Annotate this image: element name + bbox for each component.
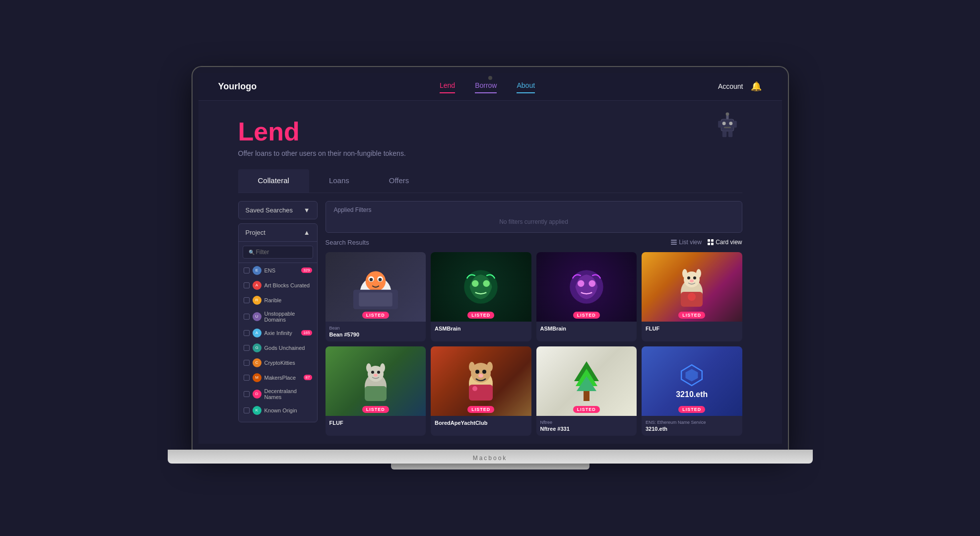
- nav-right: Account 🔔: [718, 81, 762, 92]
- svg-point-34: [696, 269, 701, 278]
- project-label: Project: [246, 229, 265, 236]
- project-checkbox[interactable]: [244, 297, 250, 303]
- card-view-option[interactable]: Card view: [708, 239, 742, 246]
- macbook-bottom: Macbook: [168, 450, 813, 464]
- project-icon: C: [253, 358, 261, 367]
- list-item[interactable]: GGods Unchained: [239, 340, 317, 355]
- nft-card[interactable]: LISTED Nftree Nftree #331: [536, 346, 637, 436]
- search-results-header: Search Results List view: [326, 239, 742, 246]
- saved-searches-arrow: ▼: [304, 206, 310, 214]
- project-count: 87: [304, 375, 312, 380]
- camera: [488, 76, 492, 80]
- list-item[interactable]: EENS329: [239, 263, 317, 278]
- list-item[interactable]: DDecentraland Names: [239, 385, 317, 403]
- svg-point-5: [725, 112, 729, 116]
- project-name: CryptoKitties: [264, 360, 312, 366]
- nft-card[interactable]: LISTED ASMBrain: [536, 252, 637, 341]
- list-item[interactable]: OOtherdeed for Otherside: [239, 418, 317, 422]
- card-view-label: Card view: [716, 239, 742, 246]
- svg-rect-3: [724, 127, 731, 128]
- project-filter-header[interactable]: Project ▲: [239, 224, 317, 242]
- nft-collection: Nftree: [540, 420, 633, 425]
- project-icon: R: [253, 296, 261, 305]
- project-checkbox[interactable]: [244, 282, 250, 288]
- svg-point-54: [478, 374, 483, 378]
- tab-offers[interactable]: Offers: [369, 169, 429, 193]
- nft-info: FLUF: [642, 322, 742, 335]
- hero-section: Lend Offer loans to other users on their…: [198, 101, 782, 169]
- macbook-foot: [391, 464, 589, 469]
- project-name: Known Origin: [264, 407, 312, 413]
- saved-searches-button[interactable]: Saved Searches ▼: [238, 201, 318, 219]
- list-view-label: List view: [679, 239, 702, 246]
- project-checkbox[interactable]: [244, 360, 250, 366]
- search-results-label: Search Results: [326, 239, 369, 246]
- nft-name: BoredApeYachtClub: [435, 420, 527, 426]
- nft-image: LISTED: [326, 346, 426, 416]
- tab-loans[interactable]: Loans: [309, 169, 369, 193]
- filter-search-input[interactable]: [243, 246, 313, 259]
- svg-rect-7: [733, 121, 737, 128]
- nft-image: 3210.eth LISTED: [642, 346, 742, 416]
- nft-name: Nftree #331: [540, 426, 633, 432]
- project-checkbox[interactable]: [244, 345, 250, 351]
- project-name: Otherdeed for Otherside: [264, 421, 312, 422]
- nft-card[interactable]: LISTED FLUF: [642, 252, 742, 341]
- list-item[interactable]: AArt Blocks Curated: [239, 278, 317, 293]
- nav-lend[interactable]: Lend: [440, 81, 455, 91]
- nav-about[interactable]: About: [517, 81, 535, 91]
- project-checkbox[interactable]: [244, 314, 250, 320]
- project-name: Art Blocks Curated: [264, 282, 312, 288]
- project-checkbox[interactable]: [244, 330, 250, 336]
- svg-point-29: [578, 280, 585, 287]
- nav-links: Lend Borrow About: [440, 81, 535, 91]
- nft-info: Nftree Nftree #331: [536, 416, 637, 436]
- project-checkbox[interactable]: [244, 407, 250, 413]
- nft-card[interactable]: LISTED FLUF: [326, 346, 426, 436]
- tab-collateral[interactable]: Collateral: [238, 169, 309, 193]
- project-icon: U: [253, 312, 261, 321]
- project-name: Decentraland Names: [264, 388, 312, 400]
- nav-borrow[interactable]: Borrow: [475, 81, 497, 91]
- list-item[interactable]: AAxie Infinity165: [239, 326, 317, 340]
- project-checkbox[interactable]: [244, 391, 250, 397]
- svg-rect-13: [708, 239, 710, 242]
- nft-name: ASMBrain: [540, 326, 633, 332]
- results-section: Applied Filters No filters currently app…: [326, 201, 742, 436]
- nft-card[interactable]: LISTED BoredApeYachtClub: [431, 346, 531, 436]
- main-content: Saved Searches ▼ Project ▲ E: [198, 193, 782, 444]
- bell-icon[interactable]: 🔔: [751, 81, 762, 92]
- applied-filters-title: Applied Filters: [334, 206, 734, 213]
- svg-point-39: [688, 293, 696, 301]
- nft-card[interactable]: LISTED ASMBrain: [431, 252, 531, 341]
- nft-image: LISTED: [326, 252, 426, 322]
- project-checkbox[interactable]: [244, 268, 250, 273]
- project-name: ENS: [264, 268, 299, 273]
- list-item[interactable]: CCryptoKitties: [239, 355, 317, 370]
- nft-image: LISTED: [536, 252, 637, 322]
- list-item[interactable]: UUnstoppable Domains: [239, 308, 317, 326]
- svg-rect-24: [359, 292, 392, 306]
- nft-card[interactable]: 3210.eth LISTED ENS: Ethereum Name Servi…: [642, 346, 742, 436]
- nft-card[interactable]: LISTED Bean Bean #5790: [326, 252, 426, 341]
- card-view-icon: [708, 239, 714, 245]
- svg-marker-62: [686, 369, 698, 382]
- svg-point-2: [729, 122, 732, 125]
- tab-bar: Collateral Loans Offers: [238, 169, 742, 193]
- nft-info: Bean Bean #5790: [326, 322, 426, 341]
- svg-rect-16: [711, 243, 714, 245]
- list-item[interactable]: MMakersPlace87: [239, 370, 317, 385]
- project-list: EENS329AArt Blocks CuratedRRaribleUUnsto…: [239, 263, 317, 422]
- project-icon: A: [253, 281, 261, 290]
- list-view-option[interactable]: List view: [671, 239, 702, 246]
- svg-point-26: [472, 280, 479, 287]
- nav-account[interactable]: Account: [718, 82, 743, 90]
- list-item[interactable]: KKnown Origin: [239, 403, 317, 418]
- project-icon: K: [253, 406, 261, 415]
- page-title: Lend: [238, 117, 742, 146]
- project-checkbox[interactable]: [244, 375, 250, 381]
- nft-collection: ENS: Ethereum Name Service: [646, 420, 738, 425]
- svg-point-42: [366, 363, 371, 372]
- saved-searches-label: Saved Searches: [246, 206, 293, 214]
- list-item[interactable]: RRarible: [239, 293, 317, 308]
